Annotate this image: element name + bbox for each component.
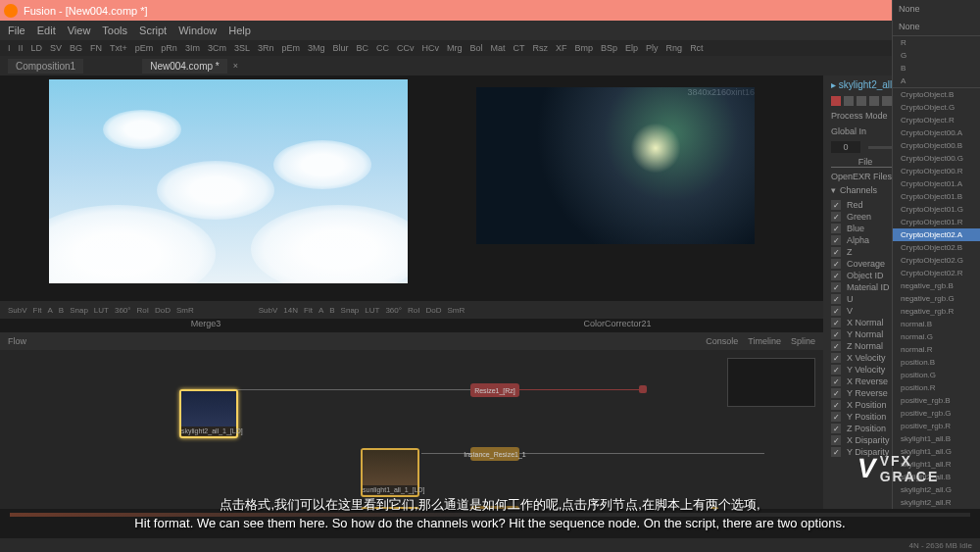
menu-edit[interactable]: Edit bbox=[37, 25, 56, 36]
inspector-tab-icon[interactable] bbox=[857, 96, 866, 106]
crypto-item[interactable]: CryptoObject02.A bbox=[893, 228, 980, 241]
flow-tab-spline[interactable]: Spline bbox=[791, 336, 815, 346]
menu-view[interactable]: View bbox=[68, 25, 91, 36]
crypto-item[interactable]: positive_rgb.R bbox=[893, 420, 980, 432]
tool-item[interactable]: Bmp bbox=[575, 43, 594, 53]
flow-tab-console[interactable]: Console bbox=[706, 336, 738, 346]
tool-item[interactable]: Rct bbox=[690, 43, 704, 53]
inspector-tab-icon[interactable] bbox=[869, 96, 879, 106]
crypto-item[interactable]: CryptoObject01.A bbox=[893, 177, 980, 190]
crypto-item[interactable]: CryptoObject01.R bbox=[893, 216, 980, 228]
checkbox-icon[interactable]: ✓ bbox=[831, 435, 841, 445]
checkbox-icon[interactable]: ✓ bbox=[831, 400, 841, 410]
vt-dod[interactable]: DoD bbox=[155, 306, 171, 315]
crypto-item[interactable]: normal.G bbox=[893, 330, 980, 343]
checkbox-icon[interactable]: ✓ bbox=[831, 271, 841, 280]
inspector-tab-icon[interactable] bbox=[882, 96, 892, 106]
crypto-item[interactable]: CryptoObject00.R bbox=[893, 165, 980, 177]
crypto-item[interactable]: position.R bbox=[893, 381, 980, 394]
tool-item[interactable]: CC bbox=[376, 43, 389, 53]
checkbox-icon[interactable]: ✓ bbox=[831, 329, 841, 339]
vt2-roi[interactable]: RoI bbox=[408, 306, 419, 315]
tool-item[interactable]: pEm bbox=[135, 43, 154, 53]
node-loader-sunlight[interactable]: sunlight1_all_1_[LD] bbox=[361, 448, 419, 497]
checkbox-icon[interactable]: ✓ bbox=[831, 212, 841, 222]
inspector-tab-icon[interactable] bbox=[844, 96, 854, 106]
vt-lut[interactable]: LUT bbox=[94, 306, 109, 315]
prop-value[interactable]: 0 bbox=[831, 141, 860, 153]
vt-snap[interactable]: Snap bbox=[70, 306, 88, 315]
crypto-item[interactable]: CryptoObject02.R bbox=[893, 267, 980, 279]
tool-item[interactable]: XF bbox=[556, 43, 567, 53]
crypto-item[interactable]: positive_rgb.B bbox=[893, 394, 980, 407]
checkbox-icon[interactable]: ✓ bbox=[831, 200, 841, 210]
vt-b[interactable]: B bbox=[59, 306, 64, 315]
crypto-item[interactable]: CryptoObject00.G bbox=[893, 152, 980, 165]
viewer2-image[interactable] bbox=[476, 87, 755, 244]
tab-comp1[interactable]: Composition1 bbox=[8, 59, 83, 74]
checkbox-icon[interactable]: ✓ bbox=[831, 388, 841, 398]
vt2-snap[interactable]: Snap bbox=[341, 306, 360, 315]
tool-item[interactable]: Elp bbox=[625, 43, 638, 53]
crypto-item[interactable]: CryptoObject.G bbox=[893, 101, 980, 114]
tool-item[interactable]: BG bbox=[70, 43, 82, 53]
checkbox-icon[interactable]: ✓ bbox=[831, 259, 841, 269]
crypto-item[interactable]: CryptoObject00.B bbox=[893, 139, 980, 152]
viewer-2[interactable]: 3840x2160xint16 bbox=[476, 87, 755, 297]
crypto-item[interactable]: CryptoObject01.G bbox=[893, 203, 980, 216]
flow-tab-flow[interactable]: Flow bbox=[8, 336, 26, 346]
node-loader-skylight[interactable]: skylight2_all_1_[LD] bbox=[179, 389, 238, 438]
crypto-item[interactable]: negative_rgb.R bbox=[893, 305, 980, 318]
crypto-item[interactable]: CryptoObject00.A bbox=[893, 126, 980, 139]
vt2-dod[interactable]: DoD bbox=[425, 306, 441, 315]
tool-item[interactable]: pRn bbox=[161, 43, 177, 53]
tool-item[interactable]: Blur bbox=[332, 43, 348, 53]
tool-item[interactable]: pEm bbox=[281, 43, 300, 53]
tool-item[interactable]: Mrg bbox=[447, 43, 463, 53]
tool-item[interactable]: 3Rn bbox=[258, 43, 274, 53]
node-instance-resize1[interactable]: Instance_Resize1_1 bbox=[470, 447, 519, 461]
crypto-item[interactable]: CryptoObject.R bbox=[893, 114, 980, 126]
checkbox-icon[interactable]: ✓ bbox=[831, 341, 841, 351]
checkbox-icon[interactable]: ✓ bbox=[831, 306, 841, 316]
checkbox-icon[interactable]: ✓ bbox=[831, 282, 841, 292]
vt2-smr[interactable]: SmR bbox=[447, 306, 465, 315]
node-resize1[interactable]: Resize1_[Rz] bbox=[470, 383, 519, 397]
vt-roi[interactable]: RoI bbox=[137, 306, 149, 315]
tool-item[interactable]: 3Cm bbox=[208, 43, 226, 53]
menu-help[interactable]: Help bbox=[228, 25, 251, 36]
tool-item[interactable]: BSp bbox=[601, 43, 617, 53]
checkbox-icon[interactable]: ✓ bbox=[831, 294, 841, 304]
tool-item[interactable]: HCv bbox=[422, 43, 440, 53]
vt2-lut[interactable]: LUT bbox=[365, 306, 379, 315]
menu-script[interactable]: Script bbox=[139, 25, 167, 36]
checkbox-icon[interactable]: ✓ bbox=[831, 376, 841, 386]
flow-tab-timeline[interactable]: Timeline bbox=[748, 336, 781, 346]
vt2-14n[interactable]: 14N bbox=[283, 306, 298, 315]
tool-item[interactable]: FN bbox=[90, 43, 102, 53]
tool-item[interactable]: 3SL bbox=[234, 43, 250, 53]
tool-item[interactable]: Txt+ bbox=[110, 43, 127, 53]
menu-window[interactable]: Window bbox=[178, 25, 217, 36]
tool-item[interactable]: 3Im bbox=[185, 43, 200, 53]
vt2-b[interactable]: B bbox=[329, 306, 334, 315]
crypto-item[interactable]: CryptoObject.B bbox=[893, 88, 980, 101]
checkbox-icon[interactable]: ✓ bbox=[831, 318, 841, 327]
crypto-item[interactable]: negative_rgb.G bbox=[893, 292, 980, 305]
crypto-item[interactable]: normal.R bbox=[893, 343, 980, 356]
vt2-fit[interactable]: Fit bbox=[304, 306, 313, 315]
crypto-item[interactable]: CryptoObject02.G bbox=[893, 254, 980, 267]
tool-item[interactable]: 3Mg bbox=[308, 43, 325, 53]
menu-file[interactable]: File bbox=[8, 25, 25, 36]
vt2-360[interactable]: 360° bbox=[385, 306, 402, 315]
tool-item[interactable]: Rng bbox=[666, 43, 683, 53]
vt2-subv[interactable]: SubV bbox=[259, 306, 278, 315]
crypto-item[interactable]: CryptoObject01.B bbox=[893, 190, 980, 203]
tool-item[interactable]: Ply bbox=[646, 43, 659, 53]
tool-item[interactable]: CT bbox=[514, 43, 525, 53]
crypto-item[interactable]: position.G bbox=[893, 369, 980, 381]
menu-tools[interactable]: Tools bbox=[102, 25, 127, 36]
crypto-item[interactable]: negative_rgb.B bbox=[893, 279, 980, 292]
vt-subv[interactable]: SubV bbox=[8, 306, 27, 315]
tool-item[interactable]: II bbox=[19, 43, 24, 53]
